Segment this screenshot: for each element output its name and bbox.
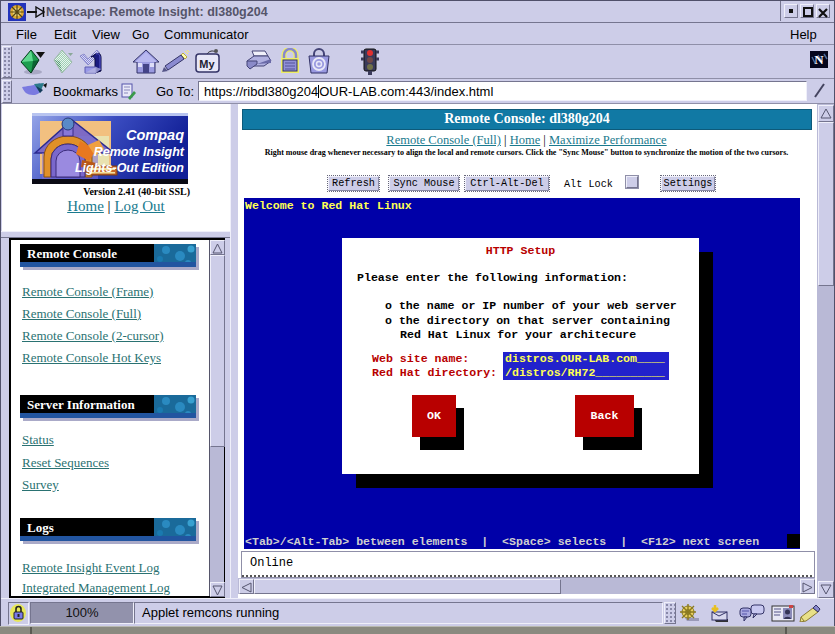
svg-text:Remote Insight: Remote Insight xyxy=(94,145,185,159)
svg-text:N: N xyxy=(814,52,824,67)
svg-text:Server Information: Server Information xyxy=(27,397,135,412)
svg-text:Logs: Logs xyxy=(27,520,54,535)
svg-text:Remote Console: Remote Console xyxy=(27,246,117,261)
svg-text:Compaq: Compaq xyxy=(126,127,184,143)
svg-text:My: My xyxy=(199,58,215,70)
svg-text:Lights-Out Edition: Lights-Out Edition xyxy=(75,161,184,175)
